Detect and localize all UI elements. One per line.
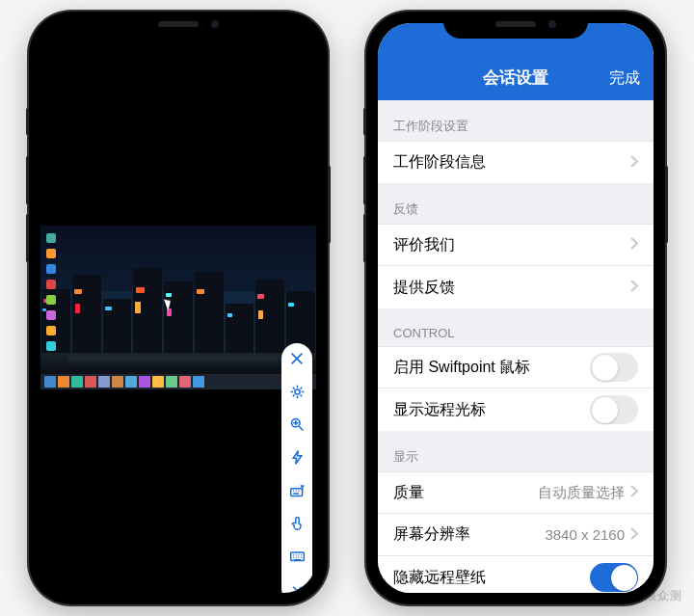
switch-hide-wallpaper[interactable] [590,563,638,592]
taskbar-icon[interactable] [179,376,191,388]
remote-desktop-viewport[interactable] [40,226,316,389]
side-button [26,108,29,135]
desktop-icon[interactable] [43,293,59,307]
desktop-icon[interactable] [43,339,59,353]
chevron-right-icon [630,154,638,172]
row-quality[interactable]: 质量 自动质量选择 [378,471,654,514]
phone-right-settings: 会话设置 完成 工作阶段设置 工作阶段信息 反馈 评价我们 提供反馈 [366,12,665,604]
nav-bar: 会话设置 完成 [378,23,654,100]
taskbar-icon[interactable] [58,376,69,388]
keyboard-icon[interactable] [287,546,307,565]
nav-title: 会话设置 [483,67,548,89]
notch-camera [211,20,219,28]
row-label: 显示远程光标 [393,400,590,420]
notch-speaker [158,21,199,27]
row-value: 3840 x 2160 [545,526,625,543]
row-label: 隐藏远程壁纸 [393,568,590,588]
taskbar-icon[interactable] [44,376,56,388]
row-resolution[interactable]: 屏幕分辨率 3840 x 2160 [378,514,654,556]
row-label: 提供反馈 [393,278,630,298]
row-provide-feedback[interactable]: 提供反馈 [378,266,654,308]
gear-icon[interactable] [287,382,307,401]
row-value: 自动质量选择 [538,484,625,502]
row-stage-info[interactable]: 工作阶段信息 [378,141,654,183]
done-button[interactable]: 完成 [609,68,640,89]
desktop-icon[interactable] [43,278,59,291]
svg-point-0 [294,388,299,393]
side-button [665,166,668,243]
rd-toolbar [281,343,312,593]
desktop-wallpaper-ground [40,353,316,374]
section-header-control: CONTROL [378,308,654,346]
desktop-icon[interactable] [43,231,59,245]
row-hide-wallpaper: 隐藏远程壁纸 [378,556,654,593]
taskbar-icon[interactable] [166,376,177,388]
desktop-icon[interactable] [43,262,59,276]
taskbar-icon[interactable] [139,376,150,388]
row-rate-us[interactable]: 评价我们 [378,224,654,266]
chevron-right-icon [630,484,638,501]
desktop-wallpaper-buildings [40,265,316,357]
taskbar-icon[interactable] [71,376,83,388]
keyboard-ext-icon[interactable] [287,480,307,499]
taskbar-icon[interactable] [85,376,96,388]
row-label: 启用 Swiftpoint 鼠标 [393,358,590,378]
chevron-down-icon[interactable] [287,578,307,593]
chevron-right-icon [630,236,638,254]
touch-icon[interactable] [287,513,307,532]
chevron-right-icon [630,279,638,296]
desktop-icon[interactable] [43,324,59,337]
side-button [363,214,366,262]
row-label: 屏幕分辨率 [393,524,545,545]
switch-swiftpoint[interactable] [590,353,638,382]
side-button [363,108,366,135]
side-button [328,166,331,243]
taskbar-icon[interactable] [125,376,137,388]
section-header-display: 显示 [378,431,654,471]
section-header-stage: 工作阶段设置 [378,100,654,141]
desktop-icons-column [43,231,61,355]
notch-speaker [495,21,536,27]
desktop-icon[interactable] [43,247,59,260]
section-header-feedback: 反馈 [378,183,654,224]
row-label: 评价我们 [393,235,630,255]
phone-left-remote-desktop [29,12,328,604]
taskbar-icon[interactable] [98,376,110,388]
zoom-icon[interactable] [287,415,307,434]
row-show-cursor: 显示远程光标 [378,388,654,431]
settings-list[interactable]: 工作阶段设置 工作阶段信息 反馈 评价我们 提供反馈 CONTROL [378,100,654,593]
notch-camera [548,20,556,28]
side-button [363,156,366,204]
lightning-icon[interactable] [287,447,307,467]
desktop-icon[interactable] [43,308,59,322]
screen-remote-desktop [40,23,316,593]
watermark: 新浪众测 [632,588,682,604]
taskbar-icon[interactable] [193,376,204,388]
svg-rect-2 [290,488,302,495]
row-swiftpoint: 启用 Swiftpoint 鼠标 [378,346,654,388]
taskbar-icon[interactable] [152,376,164,388]
switch-show-cursor[interactable] [590,395,638,424]
close-icon[interactable] [287,349,307,368]
taskbar-icon[interactable] [112,376,123,388]
chevron-right-icon [630,526,638,544]
screen-settings: 会话设置 完成 工作阶段设置 工作阶段信息 反馈 评价我们 提供反馈 [378,23,654,593]
side-button [26,214,29,262]
row-label: 质量 [393,483,538,503]
remote-taskbar[interactable] [40,374,316,389]
side-button [26,156,29,204]
row-label: 工作阶段信息 [393,152,630,173]
